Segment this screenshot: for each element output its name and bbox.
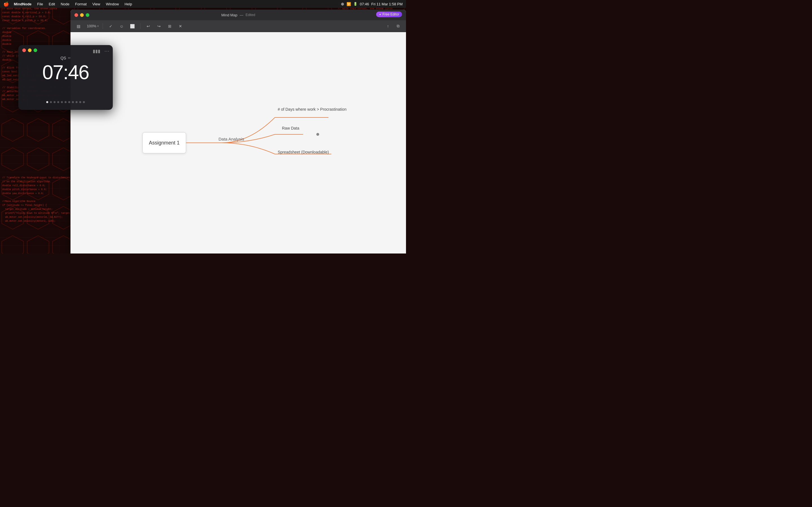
window-title-name: Mind Map (221, 13, 238, 17)
days-node[interactable]: # of Days where work > Procrastination (278, 107, 334, 112)
mindmap-canvas: Assignment 1 Data Analysis # of Days whe… (70, 32, 406, 253)
wifi-icon[interactable]: 🛜 (347, 2, 351, 6)
timer-dot-5 (61, 101, 63, 103)
spreadsheet-node[interactable]: Spreadsheet (Downloadable) (278, 150, 329, 154)
timer-time-display: 07:46 (18, 62, 113, 82)
timer-dot-3 (54, 101, 56, 103)
timer-dot-4 (57, 101, 59, 103)
timer-toolbar-icons: ▮▮▮ ⋯ (93, 48, 109, 54)
undo-button[interactable]: ↩ (144, 22, 152, 30)
timer-dot-2 (50, 101, 52, 103)
window-edited-status: Edited (246, 13, 255, 17)
apple-menu-icon[interactable]: 🍎 (3, 1, 9, 7)
timer-app-name: QS ✏ (18, 56, 113, 60)
menubar-format[interactable]: Format (73, 1, 89, 7)
toolbar-separator-1 (103, 23, 103, 29)
battery-icon[interactable]: 🔋 (353, 2, 357, 6)
traffic-light-fullscreen[interactable] (34, 48, 37, 52)
menubar-mindnode[interactable]: MindNode (12, 1, 34, 7)
check-button[interactable]: ✓ (107, 22, 115, 30)
clock-display: 07:46 (360, 2, 369, 6)
image-button[interactable]: ⬜ (128, 22, 136, 30)
timer-edit-icon[interactable]: ✏ (68, 56, 71, 60)
free-editor-badge[interactable]: Free Editor (376, 11, 402, 17)
traffic-light-close[interactable] (22, 48, 26, 52)
menubar-file[interactable]: File (35, 1, 45, 7)
menubar-edit[interactable]: Edit (47, 1, 57, 7)
timer-dot-9 (75, 101, 78, 103)
timer-more-icon[interactable]: ⋯ (104, 48, 109, 54)
window-minimize-button[interactable] (80, 13, 84, 17)
timer-progress-dots (18, 101, 113, 103)
zoom-control[interactable]: 100% ▾ (87, 24, 99, 28)
menubar: 🍎 MindNode File Edit Node Format View Wi… (0, 0, 406, 8)
emoji-button[interactable]: ☺ (117, 22, 125, 30)
control-center-icon[interactable]: ⊕ (341, 2, 344, 6)
raw-data-node[interactable]: Raw Data (282, 126, 299, 130)
mindmap-content: Assignment 1 Data Analysis # of Days whe… (128, 95, 348, 191)
central-node-label: Assignment 1 (149, 140, 180, 146)
window-close-button[interactable] (74, 13, 78, 17)
timer-traffic-lights (22, 48, 37, 52)
split-view-button[interactable]: ⧉ (394, 22, 402, 30)
window-fullscreen-button[interactable] (86, 13, 89, 17)
zoom-level-label: 100% (87, 24, 96, 28)
sidebar-toggle-button[interactable]: ▤ (74, 22, 82, 30)
window-title-separator: — (240, 13, 243, 17)
mindmap-window: Mind Map — Edited Free Editor ▤ 100% ▾ ✓… (70, 10, 406, 253)
layout-button[interactable]: ⊞ (166, 22, 174, 30)
timer-dot-1 (46, 101, 48, 103)
timer-dot-8 (72, 101, 74, 103)
timer-bars-icon[interactable]: ▮▮▮ (93, 48, 100, 54)
redo-button[interactable]: ↪ (155, 22, 163, 30)
menubar-node[interactable]: Node (59, 1, 71, 7)
window-toolbar: ▤ 100% ▾ ✓ ☺ ⬜ ↩ ↪ ⊞ ✕ ↑ ⧉ (70, 20, 406, 32)
menubar-view[interactable]: View (90, 1, 102, 7)
data-analysis-branch-label: Data Analysis (218, 136, 244, 142)
timer-dot-10 (79, 101, 81, 103)
traffic-light-minimize[interactable] (28, 48, 32, 52)
date-display: Fri 11 Mar 1:58 PM (371, 2, 403, 6)
timer-dot-6 (64, 101, 66, 103)
window-traffic-lights (74, 13, 89, 17)
fullscreen-close-button[interactable]: ✕ (176, 22, 185, 30)
timer-dot-7 (68, 101, 70, 103)
menubar-right: ⊕ 🛜 🔋 07:46 Fri 11 Mar 1:58 PM (341, 2, 403, 6)
window-title: Mind Map — Edited (221, 13, 255, 17)
menubar-window[interactable]: Window (104, 1, 121, 7)
timer-dot-11 (83, 101, 85, 103)
svg-point-3 (316, 133, 319, 136)
window-titlebar: Mind Map — Edited Free Editor (70, 10, 406, 20)
free-editor-label: Free Editor (383, 12, 399, 16)
toolbar-right: ↑ ⧉ (384, 22, 402, 30)
zoom-chevron-icon: ▾ (97, 24, 99, 27)
menubar-help[interactable]: Help (123, 1, 134, 7)
timer-widget: ▮▮▮ ⋯ QS ✏ 07:46 (18, 45, 113, 110)
central-node[interactable]: Assignment 1 (142, 132, 186, 154)
share-button[interactable]: ↑ (384, 22, 392, 30)
